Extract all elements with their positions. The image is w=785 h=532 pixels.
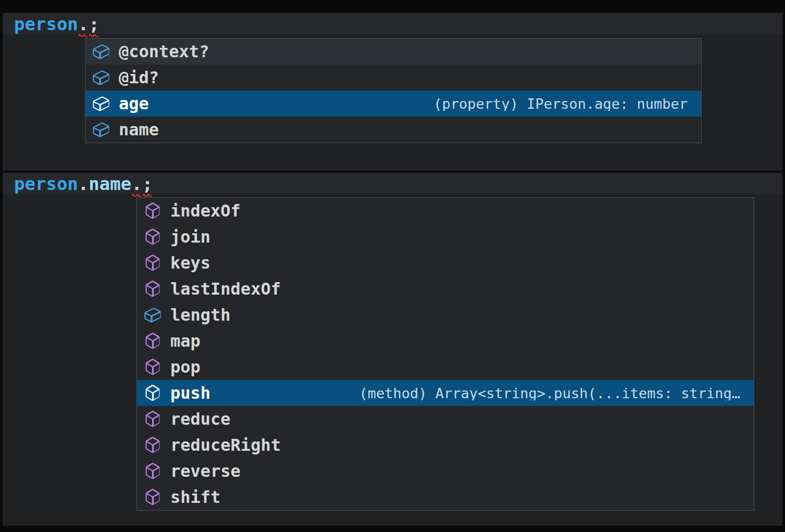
method-cube-icon bbox=[143, 201, 162, 220]
suggestion-label: join bbox=[170, 229, 210, 245]
suggestion-detail: (method) Array<string>.push(...items: st… bbox=[347, 386, 741, 400]
code-token-text: ; bbox=[89, 14, 99, 34]
method-cube-icon bbox=[143, 227, 162, 246]
suggestion-label: reduce bbox=[170, 411, 231, 427]
code-token: person bbox=[14, 15, 78, 33]
suggestion-label: lastIndexOf bbox=[170, 281, 281, 297]
suggestion-item[interactable]: reduceRight bbox=[137, 432, 754, 458]
method-cube-icon bbox=[143, 358, 162, 376]
suggestion-label: reduceRight bbox=[170, 437, 281, 453]
suggestion-label: keys bbox=[170, 255, 210, 271]
error-squiggle bbox=[89, 33, 98, 37]
code-text: person.name.; bbox=[14, 175, 153, 193]
suggestion-label: @context? bbox=[119, 43, 209, 60]
field-cube-icon bbox=[143, 306, 162, 324]
suggestion-item[interactable]: join bbox=[137, 224, 754, 250]
field-cube-icon bbox=[92, 42, 110, 61]
suggestion-item[interactable]: indexOf bbox=[137, 198, 754, 224]
code-token: ; bbox=[142, 175, 153, 193]
code-token: . bbox=[78, 175, 89, 193]
suggestion-label: name bbox=[119, 121, 159, 138]
suggestion-item[interactable]: reverse bbox=[137, 458, 754, 484]
suggestion-item[interactable]: keys bbox=[137, 250, 754, 276]
suggestion-item[interactable]: @context? bbox=[85, 39, 701, 65]
method-cube-icon bbox=[143, 436, 162, 454]
code-token-text: person bbox=[14, 14, 78, 34]
code-token: name bbox=[89, 175, 131, 193]
suggestion-item[interactable]: age (property) IPerson.age: number bbox=[85, 91, 701, 117]
suggestion-label: indexOf bbox=[170, 202, 241, 219]
method-cube-icon bbox=[143, 462, 162, 480]
error-squiggle bbox=[143, 193, 152, 197]
code-line-2[interactable]: person.name.; bbox=[3, 173, 782, 194]
suggestion-detail: (property) IPerson.age: number bbox=[421, 97, 688, 111]
suggestion-label: @id? bbox=[119, 69, 159, 86]
field-cube-icon bbox=[92, 94, 110, 113]
code-token-text: . bbox=[78, 173, 89, 194]
code-token: . bbox=[131, 175, 142, 193]
editor-screenshot-frame: person.; @context? @id? age (property) I… bbox=[0, 0, 785, 532]
suggestion-item[interactable]: push (method) Array<string>.push(...item… bbox=[137, 380, 754, 406]
method-cube-icon bbox=[143, 384, 162, 402]
suggestion-item[interactable]: shift bbox=[137, 484, 754, 510]
suggestion-item[interactable]: reduce bbox=[137, 406, 754, 432]
error-squiggle bbox=[132, 193, 141, 197]
suggestion-item[interactable]: lastIndexOf bbox=[137, 276, 754, 302]
code-token-text: . bbox=[131, 173, 142, 194]
code-text: person.; bbox=[14, 15, 99, 33]
suggestion-item[interactable]: @id? bbox=[85, 65, 701, 91]
suggestion-item[interactable]: length bbox=[137, 302, 754, 328]
code-token: ; bbox=[89, 15, 99, 33]
intellisense-suggest-widget-1: @context? @id? age (property) IPerson.ag… bbox=[85, 38, 702, 143]
suggestion-item[interactable]: pop bbox=[137, 354, 754, 380]
code-token: person bbox=[14, 175, 78, 193]
intellisense-suggest-widget-2: indexOf join keys lastIndexOf length map… bbox=[136, 197, 754, 511]
field-cube-icon bbox=[92, 120, 110, 139]
suggestion-label: reverse bbox=[170, 463, 241, 479]
suggestion-label: pop bbox=[170, 359, 201, 375]
suggestion-label: age bbox=[119, 95, 149, 112]
method-cube-icon bbox=[143, 280, 162, 298]
suggestion-label: shift bbox=[170, 489, 220, 505]
suggestion-label: length bbox=[170, 307, 231, 323]
code-token-text: name bbox=[89, 173, 131, 194]
code-token: . bbox=[78, 15, 89, 33]
suggestion-item[interactable]: map bbox=[137, 328, 754, 354]
code-token-text: person bbox=[14, 173, 78, 194]
method-cube-icon bbox=[143, 254, 162, 272]
error-squiggle bbox=[79, 33, 88, 37]
code-token-text: ; bbox=[142, 173, 153, 194]
method-cube-icon bbox=[143, 332, 162, 350]
method-cube-icon bbox=[143, 410, 162, 428]
code-line-1[interactable]: person.; bbox=[3, 14, 782, 34]
code-token-text: . bbox=[78, 14, 89, 34]
suggestion-item[interactable]: name bbox=[85, 117, 701, 143]
method-cube-icon bbox=[143, 488, 162, 506]
field-cube-icon bbox=[92, 68, 110, 87]
editor-pane-1: person.; @context? @id? age (property) I… bbox=[3, 13, 782, 171]
suggestion-label: map bbox=[170, 333, 201, 349]
suggestion-label: push bbox=[170, 385, 210, 401]
editor-pane-2: person.name.; indexOf join keys lastInde… bbox=[3, 173, 782, 526]
